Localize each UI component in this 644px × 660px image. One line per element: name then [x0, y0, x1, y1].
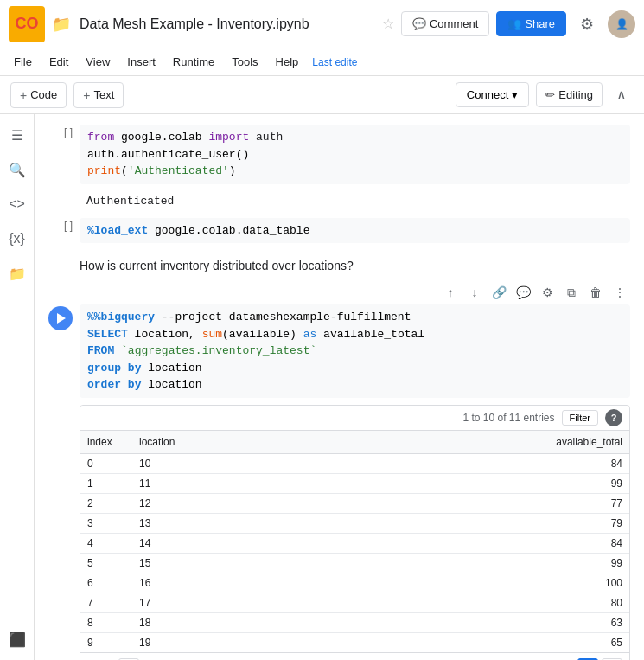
doc-title: Data Mesh Example - Inventory.ipynb [80, 16, 375, 32]
move-down-button[interactable]: ↓ [464, 282, 485, 303]
sidebar-terminal-icon[interactable]: ⬛ [3, 625, 31, 653]
bq-cell: %%bigquery --project datameshexample-ful… [48, 304, 630, 398]
cell-loadext: [ ] %load_ext google.colab.data_table [48, 218, 630, 244]
cell-location: 18 [132, 612, 305, 632]
cell-index: 5 [80, 553, 132, 573]
table-row: 6 16 100 [80, 573, 629, 593]
chevron-down-icon: ▾ [512, 88, 518, 101]
cell-location: 16 [132, 573, 305, 593]
copy-cell-button[interactable]: ⧉ [561, 282, 582, 303]
table-row: 7 17 80 [80, 593, 629, 612]
cell-total: 99 [305, 553, 629, 573]
col-header-location: location [132, 431, 305, 454]
sidebar-files-icon[interactable]: 📁 [3, 260, 31, 287]
table-header-row: 1 to 10 of 11 entries Filter ? [80, 406, 629, 431]
share-icon: 👥 [507, 17, 521, 30]
run-button[interactable] [48, 306, 73, 330]
link-button[interactable]: 🔗 [488, 282, 509, 303]
table-row: 4 14 84 [80, 533, 629, 553]
cell-bracket-2: [ ] [48, 218, 73, 232]
cell-total: 63 [305, 612, 629, 632]
cell-bracket-1: [ ] [48, 125, 73, 138]
table-row: 2 12 77 [80, 493, 629, 513]
share-button[interactable]: 👥 Share [496, 11, 566, 36]
move-up-button[interactable]: ↑ [440, 282, 461, 303]
cell-total: 100 [305, 573, 629, 593]
table-row: 3 13 79 [80, 513, 629, 533]
star-icon[interactable]: ☆ [382, 16, 394, 32]
table-row: 8 18 63 [80, 612, 629, 632]
plus-text-icon: + [83, 88, 90, 102]
sidebar-variable-icon[interactable]: {x} [3, 225, 31, 253]
filter-button[interactable]: Filter [562, 410, 598, 426]
cell-index: 0 [80, 453, 132, 473]
more-options-button[interactable]: ⋮ [609, 282, 630, 303]
menu-bar: File Edit View Insert Runtime Tools Help… [0, 48, 644, 76]
top-bar: CO 📁 Data Mesh Example - Inventory.ipynb… [0, 0, 644, 48]
menu-help[interactable]: Help [269, 52, 306, 72]
auth-output-text: Authenticated [80, 191, 630, 211]
bq-cell-code[interactable]: %%bigquery --project datameshexample-ful… [80, 304, 630, 398]
comment-cell-button[interactable]: 💬 [513, 282, 533, 303]
menu-edit[interactable]: Edit [42, 52, 75, 72]
cell-total: 84 [305, 533, 629, 553]
question-text: How is current inventory distributed ove… [48, 250, 630, 282]
table-row: 1 11 99 [80, 473, 629, 493]
add-code-label: Code [30, 88, 57, 101]
collapse-button[interactable]: ∧ [609, 83, 634, 107]
cell-total: 84 [305, 453, 629, 473]
table-body: 0 10 84 1 11 99 2 12 77 3 13 79 4 14 84 … [80, 453, 629, 652]
cell-total: 77 [305, 493, 629, 513]
col-header-total: available_total [305, 431, 629, 454]
table-row: 9 19 65 [80, 632, 629, 652]
connect-label: Connect [467, 88, 508, 101]
delete-cell-button[interactable]: 🗑 [585, 282, 606, 303]
settings-button[interactable]: ⚙ [573, 10, 601, 38]
menu-view[interactable]: View [79, 52, 117, 72]
cell-index: 8 [80, 612, 132, 632]
sidebar-code-icon[interactable]: <> [3, 190, 31, 218]
settings-cell-button[interactable]: ⚙ [537, 282, 558, 303]
pagination: Show 10 per page 1 2 [80, 652, 629, 661]
comment-button[interactable]: 💬 Comment [401, 11, 489, 36]
table-header: index location available_total [80, 431, 629, 454]
editing-button[interactable]: ✏ Editing [536, 82, 603, 107]
main-layout: ☰ 🔍 <> {x} 📁 ⬛ [ ] from google.colab imp… [0, 114, 644, 660]
table-row: 0 10 84 [80, 453, 629, 473]
menu-insert[interactable]: Insert [120, 52, 163, 72]
run-triangle-icon [57, 313, 66, 324]
cell-location: 13 [132, 513, 305, 533]
cell-location: 19 [132, 632, 305, 652]
last-edited-label: Last edite [312, 56, 357, 68]
notebook-toolbar: + Code + Text Connect ▾ ✏ Editing ∧ [0, 76, 644, 114]
menu-runtime[interactable]: Runtime [166, 52, 221, 72]
sidebar-search-icon[interactable]: 🔍 [3, 156, 31, 183]
cell-total: 99 [305, 473, 629, 493]
cell-total: 80 [305, 593, 629, 612]
cell-index: 2 [80, 493, 132, 513]
menu-tools[interactable]: Tools [225, 52, 265, 72]
plus-icon: + [20, 88, 27, 102]
drive-icon: 📁 [52, 15, 71, 34]
add-text-button[interactable]: + Text [73, 82, 124, 108]
editing-label: Editing [558, 88, 593, 101]
bq-cell-inner: %%bigquery --project datameshexample-ful… [48, 304, 630, 398]
cell-location: 10 [132, 453, 305, 473]
help-button[interactable]: ? [605, 409, 622, 426]
add-code-button[interactable]: + Code [10, 82, 67, 108]
comment-label: Comment [430, 17, 478, 30]
top-actions: 💬 Comment 👥 Share ⚙ 👤 [401, 10, 635, 38]
cell-code-1[interactable]: from google.colab import auth auth.authe… [80, 125, 630, 184]
cell-location: 17 [132, 593, 305, 612]
colab-logo: CO [9, 6, 45, 42]
cell-index: 1 [80, 473, 132, 493]
sidebar-menu-icon[interactable]: ☰ [3, 121, 31, 149]
cell-location: 14 [132, 533, 305, 553]
cell-index: 4 [80, 533, 132, 553]
cell-code-2[interactable]: %load_ext google.colab.data_table [80, 218, 630, 244]
menu-file[interactable]: File [7, 52, 39, 72]
cell-index: 9 [80, 632, 132, 652]
connect-button[interactable]: Connect ▾ [456, 82, 529, 107]
pencil-icon: ✏ [545, 88, 555, 101]
cell-auth: [ ] from google.colab import auth auth.a… [48, 125, 630, 184]
